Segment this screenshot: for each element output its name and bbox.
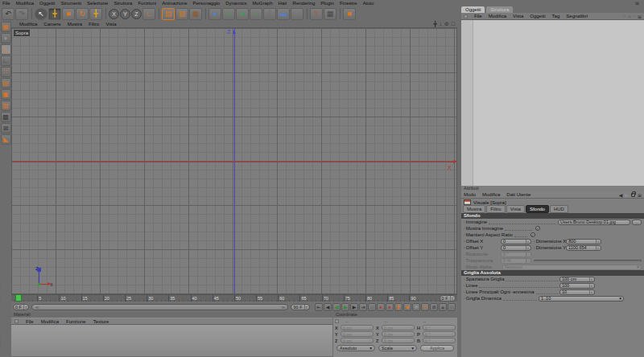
axis-mode-icon[interactable]: ∟ — [1, 55, 11, 66]
layout-icon[interactable]: ■ — [343, 8, 356, 20]
materials-menu-item[interactable]: Texture — [93, 319, 109, 324]
coordinate-value-field[interactable]: 0 cm ↕ — [382, 325, 415, 330]
record-active-objects-button[interactable]: ● — [377, 303, 385, 311]
coordinate-mode-select[interactable]: Assoluto ▾ — [336, 345, 375, 351]
mostra-immagine-checkbox[interactable]: ✓ — [535, 226, 540, 231]
materials-menu-item[interactable]: Funzione — [66, 319, 86, 324]
separator[interactable] — [105, 8, 106, 19]
lock-x-icon[interactable]: X — [109, 9, 119, 19]
vp-rotate-icon[interactable]: ⊘ — [444, 21, 449, 27]
stepper-icon[interactable]: ↕ — [596, 246, 599, 250]
rotate-tool-icon[interactable]: ↻ — [76, 8, 89, 20]
model-mode-icon[interactable]: ● — [1, 33, 11, 43]
separator[interactable] — [307, 8, 308, 19]
lock-y-icon[interactable]: Y — [120, 9, 130, 19]
keyframe-selection-toggle[interactable]: ▲ — [439, 303, 447, 311]
timeline-ruler[interactable]: 051015202530354045505560657075808590 0 F… — [11, 294, 457, 302]
stepper-icon[interactable]: ↕ — [526, 246, 529, 250]
new-panel-icon[interactable]: ⊞ — [638, 192, 642, 198]
record-rotation-toggle[interactable]: ○ — [412, 303, 420, 311]
snap-settings-icon[interactable]: ◣ — [1, 134, 11, 145]
menu-item[interactable]: Plugin — [320, 1, 334, 6]
offset-x-field[interactable]: 0 ↕ — [501, 239, 531, 244]
add-nurbs-icon[interactable]: ● — [236, 8, 249, 20]
menu-item[interactable]: File — [2, 1, 10, 6]
apply-button[interactable]: Applica — [420, 345, 454, 351]
prev-frame-button[interactable]: ◀ — [332, 303, 341, 311]
record-scale-toggle[interactable]: ■ — [403, 303, 411, 311]
materials-menu-item[interactable]: Modifica — [41, 319, 59, 324]
render-view-icon[interactable]: ▤ — [162, 8, 175, 20]
coordinate-column-header[interactable]: -- — [379, 319, 416, 324]
animation-options-toggle[interactable]: ▨ — [448, 303, 456, 311]
attributes-menu-item[interactable]: Modo — [464, 192, 476, 197]
stepper-icon[interactable]: ↕ — [452, 326, 453, 330]
viewport-menu-item[interactable]: Modifica — [19, 22, 37, 27]
object-menu-item[interactable]: Tag — [552, 14, 560, 18]
stepper-icon[interactable]: ↕ — [450, 296, 454, 301]
autokey-button[interactable]: ● — [386, 303, 394, 311]
timeline-scrubber[interactable] — [15, 294, 22, 302]
dimensione-y-field[interactable]: 1100.654 ↕ — [566, 245, 601, 251]
end-frame-field[interactable]: 90 F ↕ — [291, 304, 310, 310]
link-icon[interactable]: ◦ — [634, 14, 635, 19]
tab-oggetti[interactable]: Oggetti — [461, 6, 485, 13]
stepper-icon[interactable]: ↕ — [369, 326, 371, 330]
menu-item[interactable]: Selezione — [87, 1, 108, 6]
stepper-icon[interactable]: ↕ — [452, 332, 453, 336]
object-menu-item[interactable]: File — [474, 14, 482, 18]
search-icon[interactable]: ◌ — [623, 14, 626, 19]
mantieni-aspect-checkbox[interactable]: ✓ — [530, 232, 535, 237]
goto-start-button[interactable]: ⇤ — [315, 303, 323, 311]
scale-tool-icon[interactable]: ■ — [62, 8, 75, 20]
record-keyframe-button[interactable]: ⊘ — [368, 303, 376, 311]
tab-filtro[interactable]: Filtro — [486, 205, 505, 213]
undo-icon[interactable]: ↶ — [2, 8, 14, 20]
viewport-canvas[interactable]: Sopra Z X Z X — [11, 27, 457, 294]
menu-item[interactable]: Hair — [279, 1, 287, 6]
spaziatura-griglia-field[interactable]: 100 cm ↕ — [559, 277, 595, 282]
coordinate-value-field[interactable]: 0 cm ↕ — [341, 325, 374, 330]
immagine-path-field[interactable]: Users:Bruno:Desktop:01.jpg — [558, 220, 630, 225]
vp-pan-icon[interactable]: ╋ — [433, 21, 436, 27]
separator[interactable] — [159, 8, 159, 19]
dimensione-x-field[interactable]: 800 ↕ — [566, 239, 601, 244]
tab-struttura[interactable]: Struttura — [486, 6, 513, 13]
menu-item[interactable]: Funzioni — [138, 1, 156, 6]
coordinate-column-header[interactable]: -- — [341, 319, 378, 324]
section-header-sfondo[interactable]: Sfondo — [461, 213, 644, 219]
coordinate-value-field[interactable]: 0 cm ↕ — [341, 338, 374, 343]
coordinate-value-field[interactable]: 0 cm ↕ — [382, 331, 415, 337]
add-array-icon[interactable]: ╬ — [263, 8, 276, 20]
griglia-dinamica-select[interactable]: 1..10 ▾ — [539, 296, 624, 302]
stepper-icon[interactable]: ↕ — [411, 332, 412, 336]
live-selection-icon[interactable]: ↖ — [35, 8, 47, 20]
current-frame-field[interactable]: 0 F ↕ — [440, 295, 456, 302]
menu-item[interactable]: Modifica — [16, 1, 34, 6]
close-icon[interactable]: ⊠ — [635, 0, 639, 6]
coordinate-value-field[interactable]: 0 cm ↕ — [341, 331, 374, 337]
stepper-icon[interactable]: ↕ — [526, 240, 529, 244]
tab-hud[interactable]: HUD — [550, 205, 568, 213]
add-primitive-icon[interactable]: ● — [208, 8, 221, 20]
stepper-icon[interactable]: ↕ — [304, 305, 308, 310]
vp-maximize-icon[interactable]: □ — [452, 21, 455, 27]
object-menu-item[interactable]: Modifica — [489, 14, 506, 18]
coordinate-column-header[interactable]: -- — [419, 319, 456, 324]
viewport-menu-item[interactable]: Mostra — [68, 22, 82, 27]
new-panel-icon[interactable]: ⊞ — [638, 14, 642, 19]
separator[interactable] — [31, 8, 32, 19]
viewport-menu-item[interactable]: Camere — [43, 22, 60, 27]
menu-item[interactable]: Strumenti — [60, 1, 81, 6]
stepper-icon[interactable]: ↕ — [369, 332, 371, 336]
stepper-icon[interactable]: ↕ — [452, 339, 453, 343]
coordinate-value-field[interactable]: 0 ° ↕ — [423, 338, 456, 343]
record-position-toggle[interactable]: ╋ — [394, 303, 402, 311]
menu-item[interactable]: Rendering — [293, 1, 316, 6]
tab-mostra[interactable]: Mostra — [463, 205, 485, 213]
lock-z-icon[interactable]: Z — [131, 9, 142, 19]
render-picture-viewer-icon[interactable]: ▦ — [189, 8, 202, 20]
texture-axis-mode-icon[interactable]: ▩ — [1, 112, 11, 122]
coordinate-value-field[interactable]: 0 ° ↕ — [423, 325, 456, 330]
menu-item[interactable]: Aiuto — [363, 1, 374, 6]
